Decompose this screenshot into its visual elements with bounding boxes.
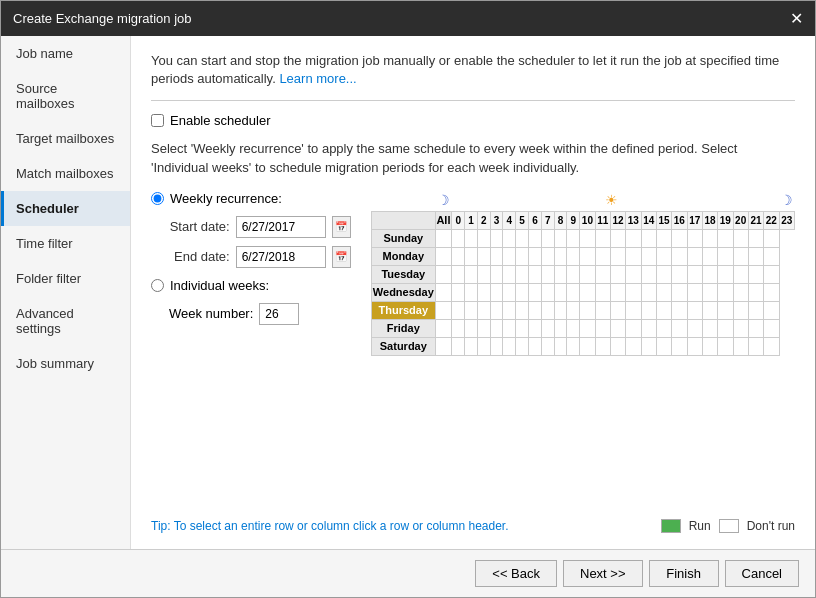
cell-sunday-6[interactable]: [516, 229, 529, 247]
cell-thursday-12[interactable]: [595, 301, 610, 319]
hour-header-19[interactable]: 19: [718, 211, 733, 229]
cell-monday-7[interactable]: [529, 247, 542, 265]
cell-sunday-18[interactable]: [687, 229, 702, 247]
hour-header-1[interactable]: 1: [465, 211, 478, 229]
hour-header-2[interactable]: 2: [477, 211, 490, 229]
cell-friday-5[interactable]: [503, 319, 516, 337]
sidebar-item-folder-filter[interactable]: Folder filter: [1, 261, 130, 296]
hour-header-8[interactable]: 8: [554, 211, 567, 229]
cell-sunday-23[interactable]: [764, 229, 779, 247]
cell-tuesday-6[interactable]: [516, 265, 529, 283]
sidebar-item-job-name[interactable]: Job name: [1, 36, 130, 71]
all-header[interactable]: [372, 211, 436, 229]
cell-monday-9[interactable]: [554, 247, 567, 265]
cell-tuesday-3[interactable]: [477, 265, 490, 283]
cell-tuesday-19[interactable]: [702, 265, 717, 283]
cell-friday-18[interactable]: [687, 319, 702, 337]
cell-friday-2[interactable]: [465, 319, 478, 337]
hour-header-18[interactable]: 18: [702, 211, 717, 229]
next-button[interactable]: Next >>: [563, 560, 643, 587]
cell-monday-17[interactable]: [672, 247, 687, 265]
cell-tuesday-7[interactable]: [529, 265, 542, 283]
all-column-header[interactable]: All: [435, 211, 452, 229]
cell-monday-20[interactable]: [718, 247, 733, 265]
cell-tuesday-4[interactable]: [490, 265, 503, 283]
cell-saturday-10[interactable]: [567, 337, 580, 355]
cell-tuesday-22[interactable]: [748, 265, 763, 283]
cell-wednesday-6[interactable]: [516, 283, 529, 301]
cell-saturday-4[interactable]: [490, 337, 503, 355]
cancel-button[interactable]: Cancel: [725, 560, 799, 587]
cell-friday-15[interactable]: [641, 319, 656, 337]
cell-thursday-6[interactable]: [516, 301, 529, 319]
cell-thursday-11[interactable]: [580, 301, 595, 319]
cell-friday-12[interactable]: [595, 319, 610, 337]
cell-tuesday-16[interactable]: [656, 265, 671, 283]
cell-friday-8[interactable]: [541, 319, 554, 337]
sidebar-item-job-summary[interactable]: Job summary: [1, 346, 130, 381]
sidebar-item-scheduler[interactable]: Scheduler: [1, 191, 130, 226]
cell-monday-3[interactable]: [477, 247, 490, 265]
cell-thursday-17[interactable]: [672, 301, 687, 319]
hour-header-15[interactable]: 15: [656, 211, 671, 229]
hour-header-21[interactable]: 21: [748, 211, 763, 229]
cell-sunday-13[interactable]: [610, 229, 625, 247]
cell-monday-14[interactable]: [626, 247, 641, 265]
cell-wednesday-2[interactable]: [465, 283, 478, 301]
cell-wednesday-10[interactable]: [567, 283, 580, 301]
cell-friday-20[interactable]: [718, 319, 733, 337]
cell-saturday-0[interactable]: [435, 337, 452, 355]
cell-sunday-2[interactable]: [465, 229, 478, 247]
cell-saturday-2[interactable]: [465, 337, 478, 355]
cell-sunday-21[interactable]: [733, 229, 748, 247]
cell-tuesday-5[interactable]: [503, 265, 516, 283]
cell-monday-0[interactable]: [435, 247, 452, 265]
cell-wednesday-11[interactable]: [580, 283, 595, 301]
cell-friday-19[interactable]: [702, 319, 717, 337]
cell-saturday-5[interactable]: [503, 337, 516, 355]
cell-friday-21[interactable]: [733, 319, 748, 337]
cell-thursday-16[interactable]: [656, 301, 671, 319]
cell-sunday-12[interactable]: [595, 229, 610, 247]
sidebar-item-advanced-settings[interactable]: Advanced settings: [1, 296, 130, 346]
cell-saturday-21[interactable]: [733, 337, 748, 355]
cell-thursday-10[interactable]: [567, 301, 580, 319]
cell-wednesday-15[interactable]: [641, 283, 656, 301]
cell-thursday-5[interactable]: [503, 301, 516, 319]
cell-sunday-15[interactable]: [641, 229, 656, 247]
cell-sunday-4[interactable]: [490, 229, 503, 247]
cell-thursday-7[interactable]: [529, 301, 542, 319]
cell-saturday-13[interactable]: [610, 337, 625, 355]
cell-saturday-17[interactable]: [672, 337, 687, 355]
cell-monday-19[interactable]: [702, 247, 717, 265]
cell-wednesday-21[interactable]: [733, 283, 748, 301]
cell-sunday-1[interactable]: [452, 229, 465, 247]
cell-monday-12[interactable]: [595, 247, 610, 265]
cell-friday-9[interactable]: [554, 319, 567, 337]
individual-weeks-radio[interactable]: [151, 279, 164, 292]
cell-monday-23[interactable]: [764, 247, 779, 265]
cell-wednesday-22[interactable]: [748, 283, 763, 301]
cell-wednesday-8[interactable]: [541, 283, 554, 301]
cell-wednesday-23[interactable]: [764, 283, 779, 301]
cell-saturday-11[interactable]: [580, 337, 595, 355]
start-date-input[interactable]: [236, 216, 326, 238]
cell-saturday-20[interactable]: [718, 337, 733, 355]
cell-wednesday-19[interactable]: [702, 283, 717, 301]
cell-tuesday-18[interactable]: [687, 265, 702, 283]
cell-tuesday-12[interactable]: [595, 265, 610, 283]
cell-wednesday-14[interactable]: [626, 283, 641, 301]
cell-monday-8[interactable]: [541, 247, 554, 265]
day-label-saturday[interactable]: Saturday: [372, 337, 436, 355]
cell-sunday-7[interactable]: [529, 229, 542, 247]
cell-friday-7[interactable]: [529, 319, 542, 337]
cell-tuesday-1[interactable]: [452, 265, 465, 283]
hour-header-9[interactable]: 9: [567, 211, 580, 229]
cell-tuesday-2[interactable]: [465, 265, 478, 283]
cell-thursday-8[interactable]: [541, 301, 554, 319]
sidebar-item-time-filter[interactable]: Time filter: [1, 226, 130, 261]
hour-header-17[interactable]: 17: [687, 211, 702, 229]
cell-friday-3[interactable]: [477, 319, 490, 337]
cell-tuesday-14[interactable]: [626, 265, 641, 283]
cell-saturday-3[interactable]: [477, 337, 490, 355]
